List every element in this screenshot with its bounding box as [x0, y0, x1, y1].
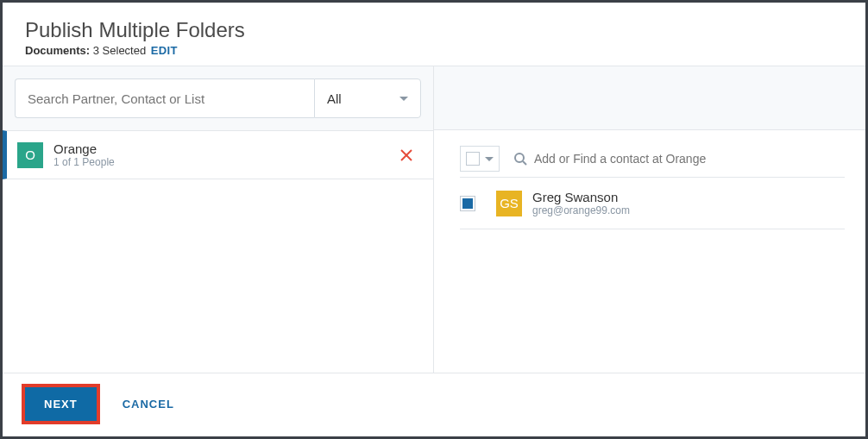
partner-info: Orange 1 of 1 People — [53, 141, 387, 168]
select-all-contacts[interactable] — [460, 146, 500, 172]
publish-folders-modal: Publish Multiple Folders Documents: 3 Se… — [0, 0, 868, 439]
contact-item[interactable]: GS Greg Swanson greg@orange99.com — [460, 177, 845, 229]
selected-count: 3 Selected — [93, 44, 146, 57]
contact-avatar: GS — [496, 191, 522, 216]
modal-header: Publish Multiple Folders Documents: 3 Se… — [3, 3, 865, 66]
chevron-down-icon — [399, 97, 408, 101]
partner-name: Orange — [53, 141, 387, 156]
search-icon — [513, 152, 527, 166]
filter-value: All — [327, 91, 342, 106]
contacts-pane-header-spacer — [434, 66, 865, 130]
close-icon — [399, 148, 413, 162]
partner-search-row: All — [3, 66, 433, 130]
remove-partner-button[interactable] — [397, 146, 416, 165]
contact-email: greg@orange99.com — [532, 204, 630, 216]
contacts-pane: GS Greg Swanson greg@orange99.com — [434, 66, 865, 373]
partner-search-input[interactable] — [15, 78, 314, 118]
next-button[interactable]: NEXT — [25, 387, 97, 421]
contact-list: GS Greg Swanson greg@orange99.com — [460, 177, 845, 229]
modal-content: All O Orange 1 of 1 People — [3, 66, 865, 373]
partner-item[interactable]: O Orange 1 of 1 People — [3, 130, 433, 179]
documents-label: Documents: — [25, 44, 90, 57]
contact-checkbox[interactable] — [460, 196, 475, 211]
partner-type-filter[interactable]: All — [314, 78, 421, 118]
contacts-body: GS Greg Swanson greg@orange99.com — [434, 130, 865, 373]
modal-footer: NEXT CANCEL — [3, 373, 865, 436]
find-contact-input[interactable] — [534, 152, 845, 166]
svg-line-3 — [523, 161, 526, 165]
select-all-checkbox[interactable] — [466, 152, 480, 166]
partners-pane: All O Orange 1 of 1 People — [3, 66, 434, 373]
partner-avatar: O — [17, 142, 43, 168]
partner-meta: 1 of 1 People — [53, 156, 387, 168]
contact-name: Greg Swanson — [532, 190, 630, 204]
svg-point-2 — [515, 154, 524, 162]
edit-documents-link[interactable]: EDIT — [151, 44, 178, 57]
chevron-down-icon — [485, 157, 494, 161]
contacts-toolbar — [460, 146, 845, 177]
contact-info: Greg Swanson greg@orange99.com — [532, 190, 630, 216]
selected-partner-list: O Orange 1 of 1 People — [3, 130, 433, 373]
modal-subtitle: Documents: 3 Selected EDIT — [25, 44, 843, 57]
cancel-button[interactable]: CANCEL — [123, 398, 174, 411]
find-contact-row — [513, 152, 845, 166]
modal-title: Publish Multiple Folders — [25, 18, 843, 42]
